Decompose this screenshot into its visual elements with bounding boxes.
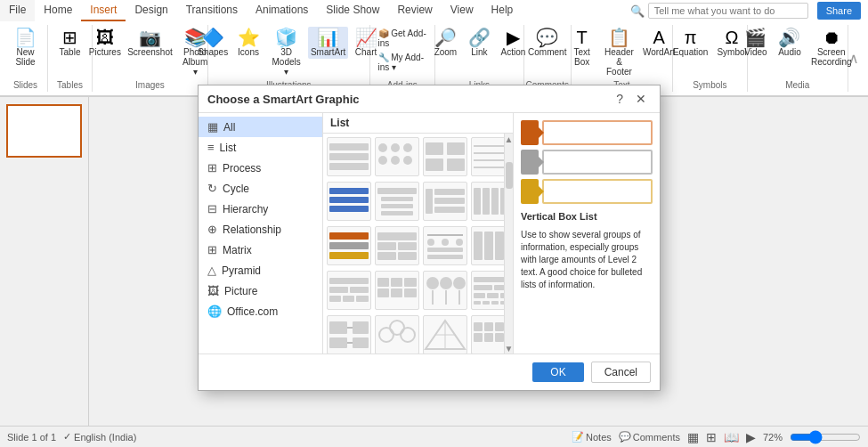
tab-transitions[interactable]: Transitions xyxy=(177,0,247,21)
shapes-button[interactable]: 🔷 Shapes xyxy=(195,27,231,59)
svg-rect-44 xyxy=(427,248,463,252)
smartart-item-20[interactable] xyxy=(471,315,504,354)
svg-rect-34 xyxy=(329,252,369,259)
smartart-item-14[interactable] xyxy=(375,271,419,310)
smartart-item-7[interactable] xyxy=(423,182,467,221)
tab-home[interactable]: Home xyxy=(35,0,81,21)
my-addins-button[interactable]: 🔧 My Add-ins ▾ xyxy=(376,51,430,74)
scroll-down-button[interactable]: ▼ xyxy=(505,343,513,354)
share-button[interactable]: Share xyxy=(817,2,861,20)
smartart-item-6[interactable] xyxy=(375,182,419,221)
smartart-item-5[interactable] xyxy=(327,182,371,221)
images-group-label: Images xyxy=(135,78,165,90)
sidebar-label-list: List xyxy=(220,142,237,154)
svg-rect-30 xyxy=(491,188,499,215)
sidebar-item-matrix[interactable]: ⊞ Matrix xyxy=(199,240,322,260)
preview-bar-content-1 xyxy=(542,120,653,145)
smartart-item-9[interactable] xyxy=(327,226,371,265)
smartart-item-11[interactable] xyxy=(423,226,467,265)
textbox-button[interactable]: T TextBox xyxy=(566,27,598,69)
smartart-item-2[interactable] xyxy=(375,137,419,176)
sidebar-item-all[interactable]: ▦ All xyxy=(199,117,322,137)
smartart-item-1[interactable] xyxy=(327,137,371,176)
tab-insert[interactable]: Insert xyxy=(81,0,126,21)
new-slide-button[interactable]: 📄 NewSlide xyxy=(10,27,42,69)
svg-rect-75 xyxy=(483,301,490,305)
choose-smartart-dialog: Choose a SmartArt Graphic ? ✕ ▦ All ≡ Li… xyxy=(198,85,661,391)
close-dialog-button[interactable]: ✕ xyxy=(631,91,651,107)
help-button[interactable]: ? xyxy=(612,91,628,107)
smartart-button[interactable]: 📊 SmartArt xyxy=(308,27,348,59)
smartart-item-4[interactable] xyxy=(471,137,504,176)
svg-rect-50 xyxy=(329,278,369,284)
dialog-categories-sidebar: ▦ All ≡ List ⊞ Process ↻ Cycle ⊟ Hiera xyxy=(199,113,323,354)
equation-button[interactable]: π Equation xyxy=(669,27,711,59)
scroll-up-button[interactable]: ▲ xyxy=(505,134,513,144)
sidebar-item-officecom[interactable]: 🌐 Office.com xyxy=(199,301,322,321)
pictures-button[interactable]: 🖼 Pictures xyxy=(86,27,124,59)
language-indicator: ✓ English (India) xyxy=(63,431,136,443)
smartart-item-10[interactable] xyxy=(375,226,419,265)
tab-design[interactable]: Design xyxy=(126,0,176,21)
smartart-item-8[interactable] xyxy=(471,182,504,221)
smartart-item-13[interactable] xyxy=(327,271,371,310)
tab-animations[interactable]: Animations xyxy=(247,0,317,21)
hierarchy-icon: ⊟ xyxy=(207,202,217,215)
tab-slideshow[interactable]: Slide Show xyxy=(317,0,388,21)
svg-rect-20 xyxy=(377,188,417,194)
smartart-item-18[interactable] xyxy=(375,315,419,354)
smartart-item-3[interactable] xyxy=(423,137,467,176)
search-input[interactable] xyxy=(648,3,808,19)
preview-description: Use to show several groups of informatio… xyxy=(521,229,653,291)
dialog-controls: ? ✕ xyxy=(612,91,651,107)
tab-help[interactable]: Help xyxy=(483,0,523,21)
dialog-footer: OK Cancel xyxy=(199,354,660,390)
list-scrollbar[interactable]: ▲ ▼ xyxy=(504,134,513,354)
view-reading-button[interactable]: 📖 xyxy=(724,430,739,444)
collapse-ribbon-button[interactable]: ∧ xyxy=(848,50,859,67)
svg-rect-46 xyxy=(474,232,483,260)
svg-rect-29 xyxy=(483,188,490,215)
icons-button[interactable]: ⭐ Icons xyxy=(232,27,264,59)
svg-rect-52 xyxy=(350,287,369,293)
video-button[interactable]: 🎬 Video xyxy=(740,27,772,59)
tab-view[interactable]: View xyxy=(442,0,483,21)
zoom-button[interactable]: 🔎 Zoom xyxy=(429,27,461,59)
audio-button[interactable]: 🔊 Audio xyxy=(774,27,806,59)
notes-button[interactable]: 📝 Notes xyxy=(572,431,612,443)
view-normal-button[interactable]: ▦ xyxy=(687,430,699,444)
smartart-item-19[interactable] xyxy=(423,315,467,354)
svg-rect-48 xyxy=(495,232,504,260)
sidebar-item-pyramid[interactable]: △ Pyramid xyxy=(199,260,322,280)
sidebar-item-list[interactable]: ≡ List xyxy=(199,137,322,158)
smartart-item-12[interactable] xyxy=(471,226,504,265)
smartart-item-15[interactable] xyxy=(423,271,467,310)
table-button[interactable]: ⊞ Table xyxy=(54,27,86,59)
comments-button[interactable]: 💬 Comments xyxy=(619,431,680,443)
view-slideshow-button[interactable]: ▶ xyxy=(746,430,756,444)
svg-rect-2 xyxy=(329,163,369,170)
get-addins-button[interactable]: 📦 Get Add-ins xyxy=(376,27,430,50)
zoom-slider[interactable] xyxy=(790,430,861,444)
link-button[interactable]: 🔗 Link xyxy=(463,27,495,59)
header-footer-button[interactable]: 📋 Header& Footer xyxy=(600,27,639,78)
comment-button[interactable]: 💬 Comment xyxy=(524,27,570,59)
sidebar-item-process[interactable]: ⊞ Process xyxy=(199,158,322,178)
3d-models-button[interactable]: 🧊 3DModels ▾ xyxy=(266,27,306,78)
tab-review[interactable]: Review xyxy=(388,0,441,21)
sidebar-item-cycle[interactable]: ↻ Cycle xyxy=(199,178,322,199)
cancel-button[interactable]: Cancel xyxy=(591,362,651,383)
screenshot-button[interactable]: 📷 Screenshot xyxy=(126,27,174,59)
smartart-item-16[interactable] xyxy=(471,271,504,310)
sidebar-item-picture[interactable]: 🖼 Picture xyxy=(199,280,322,301)
scroll-thumb[interactable] xyxy=(506,162,513,189)
ok-button[interactable]: OK xyxy=(532,362,583,382)
smartart-item-17[interactable] xyxy=(327,315,371,354)
sidebar-item-relationship[interactable]: ⊕ Relationship xyxy=(199,219,322,240)
svg-point-8 xyxy=(403,156,412,165)
sidebar-item-hierarchy[interactable]: ⊟ Hierarchy xyxy=(199,199,322,219)
tab-file[interactable]: File xyxy=(0,0,35,21)
slide-thumbnail-1[interactable]: 1 xyxy=(6,104,82,158)
view-slide-button[interactable]: ⊞ xyxy=(706,430,717,444)
3d-models-icon: 🧊 xyxy=(275,28,297,46)
